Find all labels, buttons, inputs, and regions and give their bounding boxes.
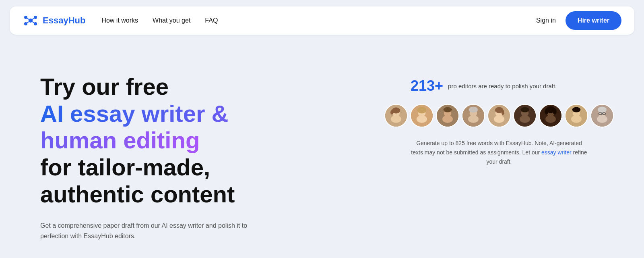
avatar bbox=[487, 104, 511, 127]
hire-writer-button[interactable]: Hire writer bbox=[566, 11, 621, 30]
hero-subtitle: Get a comprehensive paper draft from our… bbox=[40, 221, 250, 241]
nav-faq[interactable]: FAQ bbox=[205, 17, 218, 24]
hero-left: Try our free AI essay writer & human edi… bbox=[40, 65, 386, 241]
logo-icon bbox=[23, 12, 39, 29]
avatar bbox=[590, 104, 614, 127]
avatar bbox=[513, 104, 537, 127]
svg-point-13 bbox=[390, 110, 393, 114]
nav-how-it-works[interactable]: How it works bbox=[101, 17, 138, 24]
svg-point-44 bbox=[572, 107, 580, 112]
avatars-row bbox=[384, 104, 614, 127]
hero-title-gradient: AI essay writer & human editing bbox=[40, 100, 228, 154]
svg-point-25 bbox=[469, 107, 478, 113]
hero-right: 213+ pro editors are ready to polish you… bbox=[386, 65, 612, 166]
editors-count: 213+ bbox=[411, 77, 443, 94]
avatar bbox=[565, 104, 588, 127]
logo[interactable]: EssayHub bbox=[23, 12, 85, 29]
avatar bbox=[462, 104, 485, 127]
avatar bbox=[436, 104, 459, 127]
essay-writer-link[interactable]: essay writer bbox=[541, 149, 572, 156]
hero-title: Try our free AI essay writer & human edi… bbox=[40, 73, 386, 208]
avatar bbox=[384, 104, 408, 127]
svg-point-34 bbox=[521, 107, 529, 112]
svg-point-39 bbox=[545, 108, 548, 114]
sign-in-link[interactable]: Sign in bbox=[536, 17, 556, 24]
svg-point-40 bbox=[553, 108, 557, 114]
svg-point-21 bbox=[444, 107, 452, 112]
logo-text: EssayHub bbox=[43, 15, 85, 26]
editors-note: Generate up to 825 free words with Essay… bbox=[411, 139, 588, 166]
nav-what-you-get[interactable]: What you get bbox=[153, 17, 190, 24]
svg-point-48 bbox=[598, 107, 607, 113]
svg-point-30 bbox=[502, 110, 504, 115]
avatar bbox=[410, 104, 433, 127]
editors-count-text: pro editors are ready to polish your dra… bbox=[448, 83, 557, 89]
svg-point-17 bbox=[417, 107, 426, 114]
avatar bbox=[539, 104, 562, 127]
